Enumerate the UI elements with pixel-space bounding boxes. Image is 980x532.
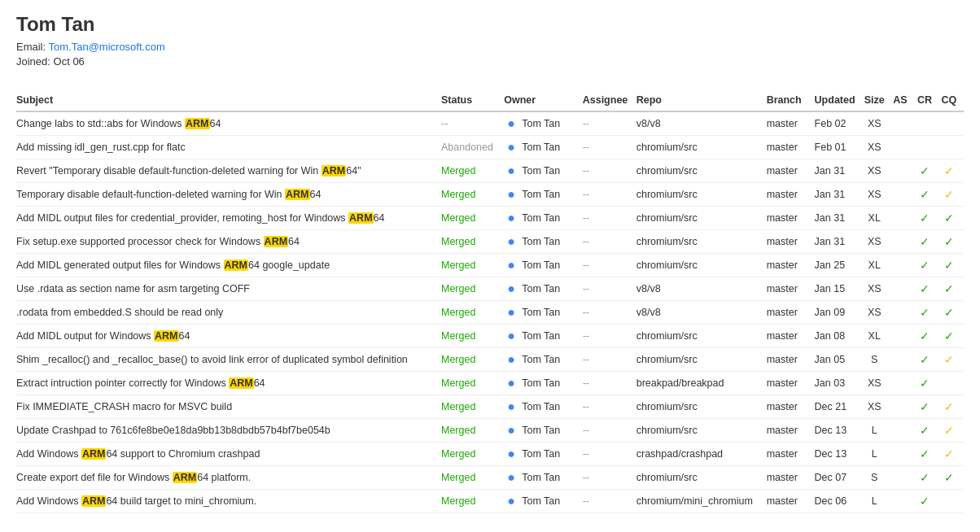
cell-owner: ●Tom Tan: [504, 348, 583, 372]
cell-cq: [939, 372, 964, 395]
cell-subject[interactable]: Add MIDL output for Windows ARM64: [16, 325, 441, 348]
cell-size: XS: [864, 230, 890, 254]
cell-as: [890, 490, 915, 513]
cell-subject[interactable]: Add Windows ARM64 build target to mini_c…: [16, 490, 441, 513]
cell-as: [890, 207, 915, 230]
cell-subject[interactable]: Add MIDL generated output files for Wind…: [16, 254, 441, 277]
cell-subject[interactable]: Change labs to std::abs for Windows ARM6…: [16, 111, 441, 136]
cell-subject[interactable]: Add Windows ARM64 support to Chromium cr…: [16, 443, 441, 466]
table-row[interactable]: Fix setup.exe supported processor check …: [16, 230, 964, 254]
cell-cr: ✓: [915, 183, 939, 207]
cell-subject[interactable]: Add missing idl_gen_rust.cpp for flatc: [16, 136, 441, 159]
table-row[interactable]: Fix IMMEDIATE_CRASH macro for MSVC build…: [16, 395, 964, 419]
email-line: Email: Tom.Tan@microsoft.com: [16, 41, 964, 53]
avatar: ●: [504, 140, 518, 155]
cell-status: Merged: [441, 395, 504, 419]
cell-owner: ●Tom Tan: [504, 490, 583, 513]
table-row[interactable]: Use .rdata as section name for asm targe…: [16, 277, 964, 301]
table-row[interactable]: Create export def file for Windows ARM64…: [16, 466, 964, 490]
check-icon: ✓: [920, 447, 930, 460]
cell-size: L: [864, 490, 890, 513]
owner-name: Tom Tan: [522, 354, 560, 365]
cell-as: [890, 325, 915, 348]
cell-status: Merged: [441, 443, 504, 466]
col-cr: CR: [915, 89, 939, 111]
cell-cq: ✓: [939, 419, 964, 443]
cell-cr: ✓: [915, 443, 939, 466]
cell-cr: ✓: [915, 490, 939, 513]
highlight-text: ARM: [322, 165, 346, 177]
cell-assignee: --: [583, 159, 637, 183]
owner-name: Tom Tan: [522, 212, 560, 224]
table-row[interactable]: Change labs to std::abs for Windows ARM6…: [16, 111, 964, 136]
check-icon: ✓: [920, 259, 930, 272]
table-row[interactable]: Add MIDL output for Windows ARM64Merged●…: [16, 325, 964, 348]
cell-branch: master: [767, 395, 815, 419]
cell-subject[interactable]: Fix setup.exe supported processor check …: [16, 230, 441, 254]
cell-assignee: --: [583, 372, 637, 395]
cell-status: Merged: [441, 159, 504, 183]
table-row[interactable]: .rodata from embedded.S should be read o…: [16, 301, 964, 325]
check-icon: ✓: [944, 282, 954, 295]
cell-subject[interactable]: Shim _recalloc() and _recalloc_base() to…: [16, 348, 441, 372]
check-icon: ✓: [920, 471, 930, 484]
cell-subject[interactable]: Update Crashpad to 761c6fe8be0e18da9bb13…: [16, 419, 441, 443]
cell-owner: ●Tom Tan: [504, 372, 583, 395]
cell-owner: ●Tom Tan: [504, 111, 583, 136]
owner-name: Tom Tan: [522, 142, 560, 153]
cell-as: [890, 277, 915, 301]
cell-status: Abandoned: [441, 136, 504, 159]
check-icon: ✓: [920, 164, 930, 177]
table-row[interactable]: Add missing idl_gen_rust.cpp for flatcAb…: [16, 136, 964, 159]
owner-name: Tom Tan: [522, 495, 560, 507]
table-row[interactable]: Add MIDL generated output files for Wind…: [16, 254, 964, 277]
cell-as: [890, 466, 915, 490]
cell-owner: ●Tom Tan: [504, 207, 583, 230]
check-icon: ✓: [920, 329, 930, 342]
check-icon: ✓: [944, 400, 954, 413]
cell-owner: ●Tom Tan: [504, 395, 583, 419]
cell-subject[interactable]: Fix IMMEDIATE_CRASH macro for MSVC build: [16, 395, 441, 419]
col-status: Status: [441, 89, 504, 111]
cell-subject[interactable]: Revert "Temporary disable default-functi…: [16, 159, 441, 183]
cell-subject[interactable]: Use .rdata as section name for asm targe…: [16, 277, 441, 301]
table-header-row: Subject Status Owner Assignee Repo Branc…: [16, 89, 964, 111]
table-row[interactable]: Temporary disable default-function-delet…: [16, 183, 964, 207]
cell-subject[interactable]: Create export def file for Windows ARM64…: [16, 466, 441, 490]
avatar: ●: [504, 305, 518, 320]
cell-updated: Dec 21: [815, 395, 864, 419]
cell-assignee: --: [583, 254, 637, 277]
table-row[interactable]: Revert "Temporary disable default-functi…: [16, 159, 964, 183]
cell-updated: Jan 09: [815, 301, 864, 325]
cell-updated: Dec 13: [815, 443, 864, 466]
email-link[interactable]: Tom.Tan@microsoft.com: [49, 41, 165, 53]
cell-updated: Dec 13: [815, 419, 864, 443]
table-row[interactable]: Add MIDL output files for credential_pro…: [16, 207, 964, 230]
cell-status: Merged: [441, 419, 504, 443]
table-row[interactable]: Add Windows ARM64 support to Chromium cr…: [16, 443, 964, 466]
table-row[interactable]: Extract intruction pointer correctly for…: [16, 372, 964, 395]
cell-as: [890, 159, 915, 183]
cell-as: [890, 372, 915, 395]
cell-status: Merged: [441, 348, 504, 372]
cell-repo: chromium/src: [637, 207, 767, 230]
owner-name: Tom Tan: [522, 283, 560, 294]
check-icon: ✓: [920, 400, 930, 413]
joined-value: Oct 06: [54, 55, 85, 68]
table-row[interactable]: Update Crashpad to 761c6fe8be0e18da9bb13…: [16, 419, 964, 443]
col-subject: Subject: [16, 89, 441, 111]
col-owner: Owner: [504, 89, 583, 111]
table-row[interactable]: Add Windows ARM64 build target to mini_c…: [16, 490, 964, 513]
cell-subject[interactable]: .rodata from embedded.S should be read o…: [16, 301, 441, 325]
cell-cq: [939, 136, 964, 159]
cell-subject[interactable]: Add MIDL output files for credential_pro…: [16, 207, 441, 230]
cell-subject[interactable]: Temporary disable default-function-delet…: [16, 183, 441, 207]
cell-cr: [915, 136, 939, 159]
cell-updated: Dec 06: [815, 490, 864, 513]
col-as: AS: [890, 89, 915, 111]
check-icon: ✓: [920, 188, 930, 201]
cell-subject[interactable]: Extract intruction pointer correctly for…: [16, 372, 441, 395]
cell-as: [890, 395, 915, 419]
table-row[interactable]: Shim _recalloc() and _recalloc_base() to…: [16, 348, 964, 372]
highlight-text: ARM: [185, 118, 209, 129]
